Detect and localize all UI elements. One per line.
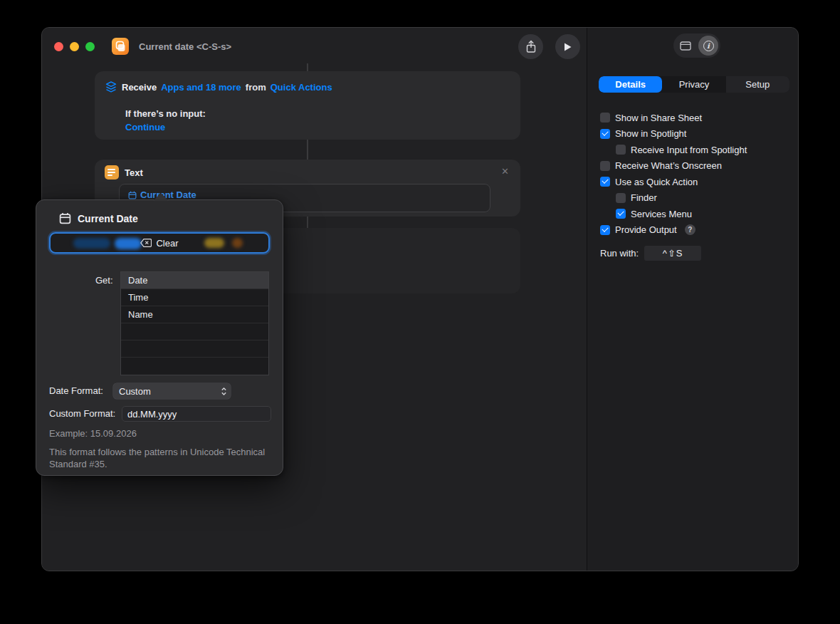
date-format-label: Date Format: [49,385,103,396]
run-shortcut-button[interactable] [555,34,580,59]
close-window-button[interactable] [54,42,63,51]
option-receive-input-from-spotlight[interactable]: Receive Input from Spotlight [587,142,799,158]
inspector-tabbar: Details Privacy Setup [599,76,789,93]
get-options-list: Date Time Name [120,271,269,375]
option-label: Show in Spotlight [615,128,686,139]
run-with-label: Run with: [600,248,639,259]
desktop: { "window": { "title": "Current date <C-… [0,0,840,624]
tab-setup[interactable]: Setup [726,76,789,93]
option-label: Receive Input from Spotlight [631,145,747,155]
info-button[interactable]: i [698,36,718,56]
option-use-as-quick-action[interactable]: Use as Quick Action [587,174,799,190]
play-icon [563,42,572,52]
minimize-window-button[interactable] [70,42,79,51]
format-standard-note: This format follows the patterns in Unic… [49,447,266,470]
checkbox-unchecked[interactable] [616,145,626,155]
stacked-squares-glyph [115,41,126,52]
tab-details[interactable]: Details [599,76,662,93]
list-item-empty[interactable] [121,358,268,375]
list-item-empty[interactable] [121,340,268,358]
current-date-popover: Current Date Clear Get: Date Time Name D… [36,199,283,476]
option-label: Show in Share Sheet [615,113,702,123]
checkbox-unchecked[interactable] [600,113,610,123]
window-title: Current date <C-S-s> [139,41,231,52]
checkbox-unchecked[interactable] [600,161,610,171]
clear-button-label: Clear [156,238,178,249]
date-format-popup[interactable]: Custom [113,383,231,399]
custom-format-label: Custom Format: [49,408,115,419]
option-finder[interactable]: Finder [587,190,799,207]
zoom-window-button[interactable] [85,42,95,51]
clear-button[interactable]: Clear [51,234,268,252]
receive-source-link[interactable]: Quick Actions [271,82,332,93]
receive-keyword: Receive [122,82,157,93]
list-item-time[interactable]: Time [121,289,268,306]
receive-input-icon [105,80,117,93]
inspector-toggle-pill: i [673,33,720,58]
backspace-icon [140,239,152,247]
flow-connector [307,140,308,160]
run-with-shortcut-field[interactable]: ^⇧S [644,246,701,261]
list-item-empty[interactable] [121,323,268,340]
share-icon [525,40,537,54]
option-label: Provide Output [615,224,677,235]
option-provide-output[interactable]: Provide Output ? [587,222,799,239]
info-icon: i [703,41,714,51]
action-library-icon [680,41,691,51]
share-button[interactable] [518,34,543,59]
date-format-value: Custom [119,386,151,397]
chevron-up-down-icon [221,387,227,396]
option-label: Receive What’s Onscreen [615,160,722,171]
calendar-icon [59,212,71,224]
checkbox-checked[interactable] [616,209,626,219]
format-example-text: Example: 15.09.2026 [49,428,137,439]
option-label: Use as Quick Action [615,177,698,187]
receive-from-word: from [246,82,266,93]
custom-format-input[interactable]: dd.MM.yyyy [122,406,271,422]
checkbox-checked[interactable] [600,225,610,235]
option-label: Finder [631,192,657,203]
flow-connector [307,63,308,71]
date-components-control[interactable]: Clear [49,232,270,254]
option-label: Services Menu [631,209,692,219]
checkbox-unchecked[interactable] [616,193,626,203]
no-input-label: If there’s no input: [125,108,206,119]
inspector-sidebar: i Details Privacy Setup Show in Share Sh… [587,28,798,571]
option-show-in-share-sheet[interactable]: Show in Share Sheet [587,110,799,126]
tab-privacy[interactable]: Privacy [662,76,725,93]
checkbox-checked[interactable] [600,177,610,187]
option-show-in-spotlight[interactable]: Show in Spotlight [587,126,799,142]
list-item-date[interactable]: Date [121,272,268,289]
list-item-name[interactable]: Name [121,306,268,323]
action-library-button[interactable] [676,36,695,56]
option-services-menu[interactable]: Services Menu [587,206,799,222]
calendar-icon [128,191,137,199]
option-receive-whats-onscreen[interactable]: Receive What’s Onscreen [587,158,799,175]
popover-title: Current Date [78,213,138,224]
no-input-continue-link[interactable]: Continue [125,122,165,132]
help-icon[interactable]: ? [685,224,695,235]
details-options-list: Show in Share Sheet Show in Spotlight Re… [587,110,799,238]
text-action-icon [105,165,119,180]
checkbox-checked[interactable] [600,129,610,139]
receive-action-block[interactable]: Receive Apps and 18 more from Quick Acti… [95,71,520,140]
get-label: Get: [95,275,113,286]
popover-arrow [153,193,169,201]
close-icon[interactable]: ✕ [501,166,509,177]
shortcuts-app-icon [112,38,129,55]
receive-input-types-link[interactable]: Apps and 18 more [161,82,241,93]
flow-connector [307,217,308,228]
text-action-title: Text [125,167,143,178]
